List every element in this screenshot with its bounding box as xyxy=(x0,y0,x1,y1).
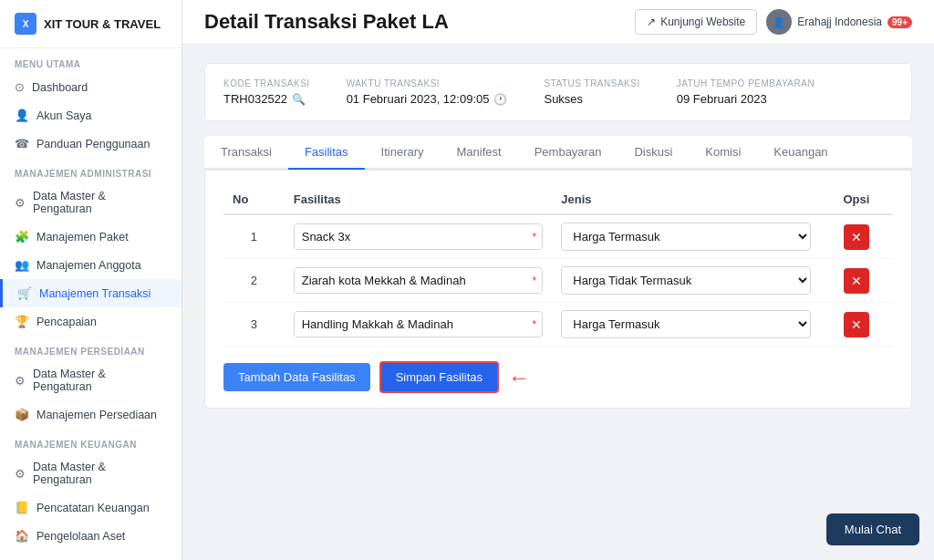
tambah-fasilitas-button[interactable]: Tambah Data Fasilitas xyxy=(223,363,370,391)
asset-icon: 🏠 xyxy=(15,529,29,543)
delete-row-button[interactable]: ✕ xyxy=(844,224,869,250)
col-opsi: Opsi xyxy=(820,185,893,214)
tabs: Transaksi Fasilitas Itinerary Manifest P… xyxy=(204,136,912,170)
tab-fasilitas[interactable]: Fasilitas xyxy=(288,136,365,170)
search-icon[interactable]: 🔍 xyxy=(292,93,306,106)
sidebar-item-datamaster-admin[interactable]: ⚙ Data Master & Pengaturan xyxy=(0,182,182,223)
jatuh-value: 09 Februari 2023 xyxy=(677,92,767,106)
ledger-icon: 📒 xyxy=(15,501,29,514)
tab-itinerary[interactable]: Itinerary xyxy=(365,136,441,170)
settings3-icon: ⚙ xyxy=(15,467,26,481)
sidebar-item-datamaster-persediaan[interactable]: ⚙ Data Master & Pengaturan xyxy=(0,360,182,400)
sidebar-item-paket[interactable]: 🧩 Manajemen Paket xyxy=(0,223,182,251)
sidebar-item-label: Dashboard xyxy=(32,81,88,94)
sidebar-item-label: Pengelolaan Aset xyxy=(36,530,125,543)
required-star: * xyxy=(526,274,542,287)
menu-persediaan-label: MANAJEMEN PERSEDIAAN xyxy=(0,336,182,360)
sidebar-item-label: Manajemen Transaksi xyxy=(39,287,150,300)
tab-pembayaran[interactable]: Pembayaran xyxy=(518,136,618,170)
col-no: No xyxy=(223,185,285,214)
jenis-select[interactable]: Harga TermasukHarga Tidak Termasuk xyxy=(561,266,811,295)
status-transaksi-field: STATUS TRANSAKSI Sukses xyxy=(544,78,639,106)
sidebar-item-label: Akun Saya xyxy=(36,109,91,122)
table-row: 3*Harga TermasukHarga Tidak Termasuk✕ xyxy=(223,303,893,347)
sidebar-item-aset[interactable]: 🏠 Pengelolaan Aset xyxy=(0,522,182,550)
arrow-indicator: ← xyxy=(508,365,530,390)
notification-badge: 99+ xyxy=(887,16,912,28)
topbar-right: ↗ Kunjungi Website 👤 Erahajj Indonesia 9… xyxy=(635,9,912,35)
user-name: Erahajj Indonesia xyxy=(797,16,882,28)
transaction-info-card: KODE TRANSAKSI TRH032522 🔍 WAKTU TRANSAK… xyxy=(204,63,912,121)
tab-manifest[interactable]: Manifest xyxy=(441,136,518,170)
tab-komisi[interactable]: Komisi xyxy=(689,136,757,170)
sidebar-item-dashboard[interactable]: ⊙ Dashboard xyxy=(0,73,182,101)
tab-keuangan[interactable]: Keuangan xyxy=(757,136,844,170)
settings-icon: ⚙ xyxy=(15,196,26,210)
visit-website-button[interactable]: ↗ Kunjungi Website xyxy=(635,9,757,35)
jenis-select[interactable]: Harga TermasukHarga Tidak Termasuk xyxy=(561,310,811,338)
trophy-icon: 🏆 xyxy=(15,315,29,328)
sidebar-item-label: Data Master & Pengaturan xyxy=(33,190,167,215)
fasilitas-input[interactable] xyxy=(295,312,527,337)
fasilitas-input[interactable] xyxy=(295,268,527,293)
sidebar-item-transaksi[interactable]: 🛒 Manajemen Transaksi xyxy=(0,279,182,307)
sidebar-item-datamaster-keuangan[interactable]: ⚙ Data Master & Pengaturan xyxy=(0,453,182,493)
sidebar-item-label: Manajemen Anggota xyxy=(36,259,141,272)
sidebar-item-akun[interactable]: 👤 Akun Saya xyxy=(0,101,182,130)
content-area: KODE TRANSAKSI TRH032522 🔍 WAKTU TRANSAK… xyxy=(182,45,934,427)
sidebar-item-panduan[interactable]: ☎ Panduan Penggunaan xyxy=(0,130,182,158)
main-content: Detail Transaksi Paket LA ↗ Kunjungi Web… xyxy=(182,0,934,560)
required-star: * xyxy=(526,317,542,331)
sidebar-item-pencatatan[interactable]: 📒 Pencatatan Keuangan xyxy=(0,493,182,522)
inventory-icon: 📦 xyxy=(15,408,29,421)
jatuh-tempo-field: JATUH TEMPO PEMBAYARAN 09 Februari 2023 xyxy=(677,78,815,106)
external-link-icon: ↗ xyxy=(647,16,656,28)
topbar: Detail Transaksi Paket LA ↗ Kunjungi Web… xyxy=(182,0,934,45)
clock-icon: 🕐 xyxy=(493,93,507,106)
user-info: 👤 Erahajj Indonesia 99+ xyxy=(766,9,912,35)
logo-icon: X xyxy=(15,13,36,35)
tab-diskusi[interactable]: Diskusi xyxy=(617,136,689,170)
sidebar-item-label: Data Master & Pengaturan xyxy=(33,368,167,393)
kode-value: TRH032522 xyxy=(223,92,287,106)
guide-icon: ☎ xyxy=(15,137,29,150)
settings2-icon: ⚙ xyxy=(15,374,26,388)
tabs-and-table: Transaksi Fasilitas Itinerary Manifest P… xyxy=(204,136,912,409)
sidebar-item-pencapaian[interactable]: 🏆 Pencapaian xyxy=(0,307,182,336)
table-row: 1*Harga TermasukHarga Tidak Termasuk✕ xyxy=(223,214,893,259)
user-icon: 👤 xyxy=(15,109,29,122)
members-icon: 👥 xyxy=(15,258,29,272)
required-star: * xyxy=(526,230,542,244)
menu-utama-label: MENU UTAMA xyxy=(0,48,182,73)
kode-transaksi-field: KODE TRANSAKSI TRH032522 🔍 xyxy=(223,78,310,106)
sidebar-item-anggota[interactable]: 👥 Manajemen Anggota xyxy=(0,251,182,279)
page-title: Detail Transaksi Paket LA xyxy=(204,10,449,34)
col-fasilitas: Fasilitas xyxy=(285,185,553,214)
cart-icon: 🛒 xyxy=(17,286,32,300)
delete-row-button[interactable]: ✕ xyxy=(844,268,869,294)
waktu-value: 01 Februari 2023, 12:09:05 xyxy=(347,92,490,106)
actions-row: Tambah Data Fasilitas Simpan Fasilitas ← xyxy=(223,361,893,393)
sidebar-item-label: Manajemen Paket xyxy=(36,231,129,244)
avatar: 👤 xyxy=(766,9,792,35)
col-jenis: Jenis xyxy=(552,185,820,214)
chat-button[interactable]: Mulai Chat xyxy=(826,513,919,545)
waktu-transaksi-field: WAKTU TRANSAKSI 01 Februari 2023, 12:09:… xyxy=(347,78,508,106)
sidebar-item-label: Panduan Penggunaan xyxy=(36,138,150,150)
fasilitas-table: No Fasilitas Jenis Opsi 1*Harga Termasuk… xyxy=(223,185,893,347)
menu-keuangan-label: MANAJEMEN KEUANGAN xyxy=(0,429,182,453)
row-no: 3 xyxy=(223,303,285,347)
row-no: 2 xyxy=(223,259,285,303)
fasilitas-table-card: No Fasilitas Jenis Opsi 1*Harga Termasuk… xyxy=(204,170,912,409)
sidebar-logo: X XIT TOUR & TRAVEL xyxy=(0,0,182,48)
sidebar-item-label: Pencatatan Keuangan xyxy=(36,502,150,514)
simpan-fasilitas-button[interactable]: Simpan Fasilitas xyxy=(379,361,499,393)
fasilitas-input[interactable] xyxy=(295,224,527,249)
sidebar-item-persediaan[interactable]: 📦 Manajemen Persediaan xyxy=(0,400,182,429)
status-value: Sukses xyxy=(544,92,583,106)
delete-row-button[interactable]: ✕ xyxy=(844,312,869,337)
sidebar-item-label: Pencapaian xyxy=(36,316,97,328)
jenis-select[interactable]: Harga TermasukHarga Tidak Termasuk xyxy=(561,223,811,251)
tab-transaksi[interactable]: Transaksi xyxy=(204,136,288,170)
menu-administrasi-label: MANAJEMEN ADMINISTRASI xyxy=(0,158,182,182)
